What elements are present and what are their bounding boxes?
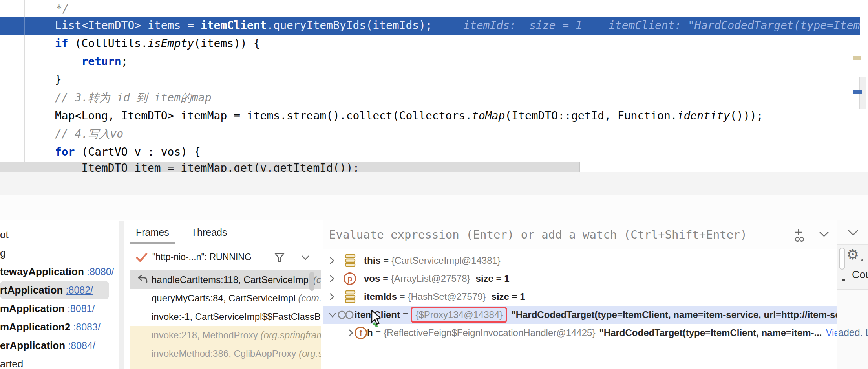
service-name: tewayApplication bbox=[0, 266, 87, 278]
frames-tab-bar: Frames Threads bbox=[130, 220, 233, 244]
frame-text: invoke:218, MethodProxy bbox=[152, 330, 261, 341]
evaluate-placeholder: Evaluate expression (Enter) or add a wat… bbox=[329, 220, 747, 249]
variable-row[interactable]: fh = {ReflectiveFeign$FeignInvocationHan… bbox=[323, 324, 837, 342]
code-segment: } bbox=[55, 73, 62, 86]
code-line: return; bbox=[55, 53, 128, 71]
chevron-right-icon[interactable] bbox=[328, 292, 344, 301]
service-item[interactable]: ot bbox=[0, 226, 118, 244]
frames-scrollbar-thumb[interactable] bbox=[309, 272, 314, 291]
equals-sign: = bbox=[380, 273, 391, 284]
code-line: Map<Long, ItemDTO> itemMap = items.strea… bbox=[55, 107, 763, 125]
annotated-reference: {$Proxy134@14384} bbox=[411, 307, 507, 323]
equals-sign: = bbox=[373, 327, 384, 338]
code-segment: .queryItemByIds(itemIds); bbox=[267, 19, 432, 32]
variable-row[interactable]: pvos = {ArrayList@27578}size = 1 bbox=[323, 270, 837, 288]
thread-filter-icon[interactable] bbox=[274, 252, 285, 263]
add-watch-icon[interactable] bbox=[793, 228, 806, 243]
service-item[interactable]: arted bbox=[0, 355, 118, 369]
frame-package: (org.springfram bbox=[261, 330, 322, 341]
frame-text: invokeMethod:386, CglibAopProxy bbox=[152, 348, 299, 359]
service-name: arted bbox=[0, 358, 23, 369]
service-name: mApplication bbox=[0, 303, 68, 315]
evaluate-history-chevron-icon[interactable] bbox=[819, 231, 830, 237]
clipped-code-line: ItemDTO item = itemMap.get(v.getItemId()… bbox=[55, 162, 359, 172]
code-segment: (CartVO v : vos) { bbox=[81, 145, 200, 158]
code-segment bbox=[55, 55, 81, 68]
code-segment: (CollUtils. bbox=[75, 37, 148, 50]
evaluate-expression-bar[interactable]: Evaluate expression (Enter) or add a wat… bbox=[323, 220, 837, 249]
service-name: erApplication bbox=[0, 340, 68, 352]
stack-frame-row[interactable]: invoke:218, MethodProxy (org.springfram bbox=[130, 326, 321, 344]
scrollbar-mark bbox=[853, 56, 861, 60]
drop-frame-icon bbox=[133, 274, 152, 285]
service-item[interactable]: tewayApplication :8080/ bbox=[0, 263, 118, 281]
frames-library-filler bbox=[130, 363, 321, 369]
stack-frame-row[interactable]: invokeMethod:386, CglibAopProxy (org.s bbox=[130, 344, 321, 363]
variable-name: h bbox=[367, 327, 373, 338]
thread-status-check-icon bbox=[136, 253, 148, 262]
tab-frames[interactable]: Frames bbox=[130, 220, 175, 244]
bullet-dot bbox=[842, 279, 845, 281]
caret-line-highlight: ItemDTO item = itemMap.get(v.getItemId()… bbox=[0, 162, 580, 172]
string-value: "HardCodedTarget(type=ItemClient, name=i… bbox=[599, 327, 822, 338]
service-name: g bbox=[0, 247, 5, 259]
service-port-link[interactable]: :8081/ bbox=[68, 303, 95, 314]
service-item[interactable]: g bbox=[0, 244, 118, 263]
service-item[interactable]: mApplication :8081/ bbox=[0, 299, 118, 318]
service-port-link[interactable]: :8083/ bbox=[73, 321, 101, 333]
view-link[interactable]: View bbox=[826, 327, 837, 338]
execution-point-line[interactable]: List<ItemDTO> items = itemClient.queryIt… bbox=[0, 17, 860, 35]
frame-text: handleCartItems:118, CartServiceImpl bbox=[152, 274, 313, 285]
code-line: if (CollUtils.isEmpty(items)) { bbox=[55, 35, 260, 53]
code-segment: if bbox=[55, 37, 75, 50]
string-value: "HardCodedTarget(type=ItemClient, name=i… bbox=[511, 309, 837, 320]
variables-panel: Evaluate expression (Enter) or add a wat… bbox=[323, 220, 837, 369]
right-scrollbar-thumb[interactable] bbox=[839, 248, 845, 270]
equals-sign: = bbox=[381, 255, 391, 266]
code-segment: identity bbox=[677, 109, 730, 122]
service-item[interactable]: mApplication2 :8083/ bbox=[0, 318, 118, 336]
chevron-right-icon[interactable] bbox=[328, 274, 344, 283]
chevron-down-icon[interactable] bbox=[328, 311, 337, 319]
thread-dropdown-chevron-icon[interactable] bbox=[301, 255, 310, 261]
variable-row[interactable]: this = {CartServiceImpl@14381} bbox=[323, 252, 837, 270]
proxy-object-icon bbox=[337, 310, 355, 320]
equals-sign: = bbox=[400, 309, 411, 320]
variable-row[interactable]: itemIds = {HashSet@27579}size = 1 bbox=[323, 288, 837, 306]
code-segment: itemClient bbox=[201, 19, 267, 32]
inline-debug-hint-name: itemIds: bbox=[463, 17, 516, 35]
ide-window: */if (CollUtils.isEmpty(items)) { return… bbox=[0, 0, 868, 369]
collapse-chevron-icon[interactable] bbox=[847, 229, 859, 237]
code-segment: ())); bbox=[730, 109, 763, 122]
variable-row[interactable]: itemClient = {$Proxy134@14384}"HardCoded… bbox=[323, 306, 837, 324]
code-segment: */ bbox=[56, 2, 69, 15]
debug-toolbar: Debugger Console Actuator bbox=[0, 195, 868, 220]
service-port-link[interactable]: :8084/ bbox=[68, 340, 95, 351]
inline-debug-hint-value: size = 1 bbox=[529, 17, 582, 35]
settings-gear-icon[interactable]: ⚙ bbox=[846, 248, 859, 262]
code-segment: toMap bbox=[472, 109, 505, 122]
clipped-text-fragment: aded. L bbox=[838, 327, 868, 338]
service-port-link[interactable]: :8082/ bbox=[66, 285, 93, 296]
tab-label: Threads bbox=[191, 227, 227, 238]
function-icon: f bbox=[355, 327, 367, 339]
stack-frame-row[interactable]: queryMyCarts:84, CartServiceImpl (com. bbox=[130, 289, 321, 307]
code-segment: (items)) { bbox=[194, 37, 260, 50]
variable-name: itemIds bbox=[364, 291, 397, 302]
chevron-right-icon[interactable] bbox=[347, 328, 355, 338]
service-port-link[interactable]: :8080/ bbox=[87, 266, 114, 277]
service-item[interactable]: erApplication :8084/ bbox=[0, 336, 118, 355]
right-edge-strip: ⚙ Cou aded. L bbox=[837, 220, 868, 369]
stack-frame-row[interactable]: handleCartItems:118, CartServiceImpl (c bbox=[130, 270, 321, 289]
tab-threads[interactable]: Threads bbox=[185, 220, 234, 244]
service-name: ot bbox=[0, 229, 9, 241]
service-item[interactable]: rtApplication :8082/ bbox=[0, 281, 109, 299]
chevron-right-icon[interactable] bbox=[328, 256, 344, 265]
code-editor[interactable]: */if (CollUtils.isEmpty(items)) { return… bbox=[0, 0, 868, 172]
code-segment: // 4.写入vo bbox=[55, 127, 123, 140]
thread-selector[interactable]: "http-nio-...n": RUNNING bbox=[130, 245, 321, 270]
code-segment: return bbox=[81, 55, 121, 68]
stack-frame-row[interactable]: invoke:-1, CartServiceImpl$$FastClassBy bbox=[130, 307, 321, 326]
code-segment: List<ItemDTO> items = bbox=[55, 19, 201, 32]
services-scrollbar[interactable] bbox=[119, 221, 124, 369]
